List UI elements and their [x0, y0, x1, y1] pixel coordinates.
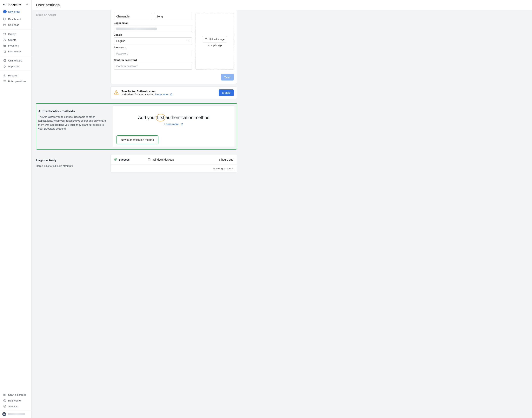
brand-logo-icon	[3, 3, 7, 6]
documents-icon	[3, 50, 6, 53]
new-auth-method-button[interactable]: New authentication method	[118, 137, 157, 143]
sidebar-item-label: Calendar	[8, 23, 19, 26]
auth-methods-section-title: Authentication methods	[38, 109, 108, 113]
locale-label: Locale	[114, 33, 192, 36]
sidebar-item-label: Online store	[8, 59, 22, 62]
upload-image-button[interactable]: Upload image	[202, 36, 227, 43]
svg-point-7	[116, 93, 117, 94]
auth-headline-highlight-word: first	[157, 115, 164, 120]
check-circle-icon	[114, 158, 117, 161]
locale-value: English	[116, 39, 125, 43]
page-title: User settings	[36, 3, 528, 7]
sidebar-item-app-store[interactable]: App store	[0, 63, 31, 69]
brand-name: booqable	[8, 3, 21, 6]
tfa-title: Two Factor Authentication	[121, 90, 172, 93]
sidebar-item-dashboard[interactable]: Dashboard	[0, 16, 31, 22]
sidebar-item-scan-barcode[interactable]: Scan a barcode	[0, 392, 31, 398]
first-name-input[interactable]	[114, 13, 152, 20]
login-footer-total: 1	[232, 167, 233, 170]
last-name-input[interactable]	[154, 13, 192, 20]
sidebar-item-label: Documents	[8, 50, 21, 53]
login-status-label: Success	[119, 158, 130, 161]
login-email-field[interactable]	[114, 26, 192, 32]
login-footer-of: of	[229, 167, 232, 170]
password-label: Password	[114, 46, 192, 49]
sidebar-user-name-blurred	[8, 413, 25, 415]
reports-icon	[3, 74, 6, 77]
login-activity-card: Success Windows desktop 5 hours ago	[110, 155, 237, 173]
sidebar-item-calendar[interactable]: Calendar	[0, 22, 31, 28]
sidebar-item-label: Settings	[8, 405, 18, 408]
image-upload-dropzone[interactable]: Upload image or drop Image	[195, 13, 234, 70]
barcode-icon	[3, 393, 6, 396]
tfa-subtitle: Is disabled for your account. Learn more	[121, 93, 172, 96]
brand[interactable]: booqable	[3, 3, 21, 6]
password-input[interactable]	[114, 50, 192, 57]
two-factor-card: Two Factor Authentication Is disabled fo…	[110, 86, 237, 99]
sidebar-item-label: Reports	[8, 74, 17, 77]
login-status: Success	[114, 158, 130, 161]
auth-methods-highlight: Authentication methods The API allows yo…	[36, 103, 237, 150]
warning-icon	[114, 90, 119, 95]
gear-icon	[3, 405, 6, 408]
tfa-subtitle-text: Is disabled for your account.	[121, 93, 154, 96]
login-activity-section-desc: Here's a list of all login attempts	[36, 164, 106, 168]
svg-point-6	[4, 406, 5, 407]
confirm-password-input[interactable]	[114, 63, 192, 70]
locale-select[interactable]: English	[114, 37, 192, 44]
clients-icon	[3, 38, 6, 41]
inventory-icon	[3, 44, 6, 47]
login-footer-dash: -	[225, 167, 227, 170]
auth-methods-learn-more-link[interactable]: Learn more	[164, 123, 183, 126]
confirm-password-label: Confirm password	[114, 58, 192, 61]
sidebar-item-online-store[interactable]: Online store	[0, 58, 31, 63]
upload-image-label: Upload image	[209, 38, 224, 41]
save-button[interactable]: Save	[221, 74, 234, 81]
login-device: Windows desktop	[147, 158, 174, 161]
sidebar-item-inventory[interactable]: Inventory	[0, 43, 31, 48]
chevron-down-icon	[187, 39, 190, 43]
sidebar-item-label: Help center	[8, 399, 22, 402]
sidebar-item-settings[interactable]: Settings	[0, 404, 31, 409]
upload-icon	[205, 38, 207, 41]
store-icon	[3, 59, 6, 62]
sidebar-item-label: Orders	[8, 33, 16, 35]
bulk-icon	[3, 80, 6, 83]
login-activity-section-title: Login activity	[36, 159, 106, 162]
login-footer-to: 1	[227, 167, 228, 170]
user-account-card: Login email Locale English	[110, 10, 237, 84]
login-footer-prefix: Showing	[213, 167, 223, 170]
sidebar-item-reports[interactable]: Reports	[0, 72, 31, 78]
user-account-section-title: User account	[36, 13, 106, 17]
sidebar-item-documents[interactable]: Documents	[0, 48, 31, 54]
auth-headline-before: Add your	[138, 115, 157, 120]
tfa-learn-more-label: Learn more	[155, 93, 169, 96]
svg-rect-3	[4, 45, 6, 46]
login-time: 5 hours ago	[219, 158, 233, 161]
new-order-button[interactable]: + New order	[0, 9, 31, 15]
external-link-icon	[181, 123, 183, 126]
svg-rect-1	[4, 24, 6, 26]
enable-tfa-label: Enable	[222, 91, 230, 94]
sidebar-item-clients[interactable]: Clients	[0, 37, 31, 43]
sidebar-item-help-center[interactable]: Help center	[0, 398, 31, 404]
svg-point-8	[115, 158, 117, 160]
login-footer-from: 1	[223, 167, 225, 170]
auth-learn-more-label: Learn more	[164, 123, 179, 126]
orders-icon	[3, 32, 6, 35]
login-activity-pagination: Showing 1 - 1 of 1	[111, 165, 237, 172]
login-email-label: Login email	[114, 22, 192, 24]
avatar: CB	[2, 412, 6, 416]
desktop-icon	[147, 158, 151, 161]
new-auth-method-highlight: New authentication method	[117, 135, 158, 144]
sidebar-collapse-button[interactable]	[26, 3, 29, 6]
puzzle-icon	[3, 65, 6, 68]
tfa-learn-more-link[interactable]: Learn more	[155, 93, 173, 96]
sidebar-item-bulk-operations[interactable]: Bulk operations	[0, 78, 31, 84]
sidebar-item-orders[interactable]: Orders	[0, 31, 31, 37]
calendar-icon	[3, 23, 6, 26]
enable-tfa-button[interactable]: Enable	[219, 89, 234, 96]
new-auth-method-label: New authentication method	[121, 138, 154, 141]
auth-headline-after: authentication method	[164, 115, 209, 120]
sidebar-user-row[interactable]: CB	[0, 410, 31, 418]
